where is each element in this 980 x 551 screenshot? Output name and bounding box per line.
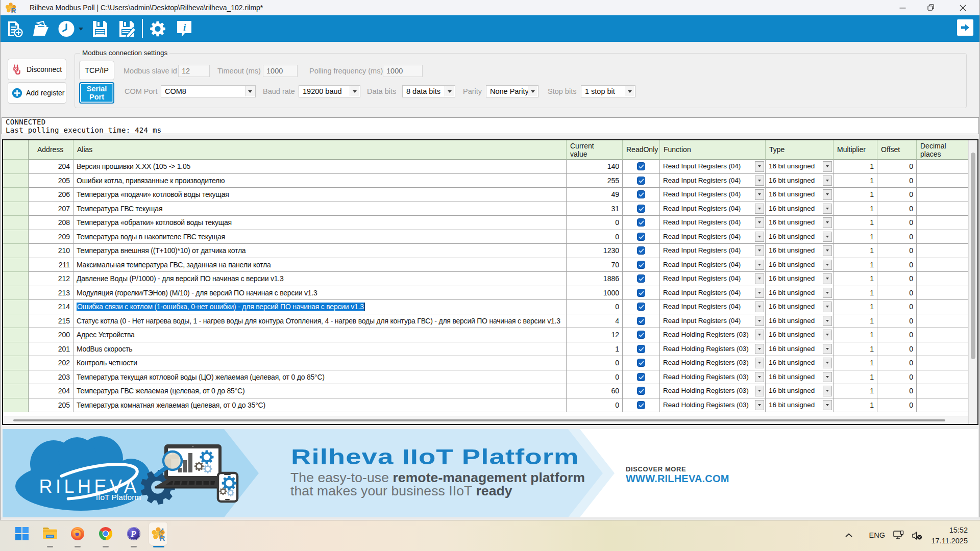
readonly-checkbox[interactable] xyxy=(637,190,645,198)
cell-decimal[interactable] xyxy=(917,188,968,202)
cell-alias[interactable]: Статус котла (0 - Нет нагрева воды, 1 - … xyxy=(74,314,567,329)
cell-decimal[interactable] xyxy=(917,370,968,385)
cell-current-value[interactable]: 1886 xyxy=(567,272,623,286)
cell-readonly[interactable] xyxy=(623,244,660,258)
network-icon[interactable] xyxy=(893,531,904,540)
cell-current-value[interactable]: 1000 xyxy=(567,286,623,300)
horizontal-scrollbar[interactable] xyxy=(3,416,968,424)
tray-language[interactable]: ENG xyxy=(869,531,885,539)
readonly-checkbox[interactable] xyxy=(637,274,645,283)
type-dropdown-button[interactable] xyxy=(823,358,832,368)
function-dropdown-button[interactable] xyxy=(755,316,764,327)
cell-readonly[interactable] xyxy=(623,272,660,286)
chrome-button[interactable] xyxy=(95,523,116,544)
readonly-checkbox[interactable] xyxy=(637,177,645,185)
cell-type[interactable]: 16 bit unsigned xyxy=(766,230,834,244)
cell-current-value[interactable]: 0 xyxy=(567,356,623,370)
minimize-button[interactable] xyxy=(888,0,917,15)
baud-select[interactable]: 19200 baud xyxy=(299,85,360,97)
cell-address[interactable]: 205 xyxy=(29,398,74,413)
cell-multiplier[interactable]: 1 xyxy=(834,286,877,300)
cell-type[interactable]: 16 bit unsigned xyxy=(766,384,834,398)
row-indicator[interactable] xyxy=(3,272,29,286)
cell-multiplier[interactable]: 1 xyxy=(834,300,877,314)
type-dropdown-button[interactable] xyxy=(823,260,832,270)
cell-type[interactable]: 16 bit unsigned xyxy=(766,216,834,230)
cell-offset[interactable]: 0 xyxy=(877,384,917,398)
cell-address[interactable]: 210 xyxy=(29,244,74,258)
cell-multiplier[interactable]: 1 xyxy=(834,202,877,216)
row-indicator[interactable] xyxy=(3,202,29,216)
header-multiplier[interactable]: Multiplier xyxy=(834,140,877,160)
readonly-checkbox[interactable] xyxy=(637,387,645,395)
cell-alias[interactable]: Контроль четности xyxy=(74,356,567,370)
close-button[interactable] xyxy=(948,0,977,15)
function-dropdown-button[interactable] xyxy=(755,232,764,242)
cell-multiplier[interactable]: 1 xyxy=(834,384,877,398)
cell-offset[interactable]: 0 xyxy=(877,202,917,216)
cell-current-value[interactable]: 4 xyxy=(567,314,623,329)
cell-current-value[interactable]: 60 xyxy=(567,384,623,398)
cell-multiplier[interactable]: 1 xyxy=(834,342,877,357)
cell-address[interactable]: 208 xyxy=(29,216,74,230)
cell-function[interactable]: Read Input Registers (04) xyxy=(660,300,766,314)
stop-bits-select[interactable]: 1 stop bit xyxy=(581,85,635,97)
readonly-checkbox[interactable] xyxy=(637,317,645,325)
cell-decimal[interactable] xyxy=(917,160,968,174)
cell-current-value[interactable]: 0 xyxy=(567,230,623,244)
readonly-checkbox[interactable] xyxy=(637,289,645,297)
cell-current-value[interactable]: 1230 xyxy=(567,244,623,258)
volume-muted-icon[interactable] xyxy=(912,531,923,540)
vertical-scrollbar[interactable] xyxy=(968,140,977,424)
cell-current-value[interactable]: 0 xyxy=(567,370,623,385)
row-indicator[interactable] xyxy=(3,328,29,342)
save-button[interactable] xyxy=(92,20,108,38)
row-indicator[interactable] xyxy=(3,244,29,258)
cell-alias[interactable]: Ошибка связи с котлом (1-ошибка, 0-нет о… xyxy=(74,300,567,314)
function-dropdown-button[interactable] xyxy=(755,400,764,411)
row-indicator[interactable] xyxy=(3,370,29,385)
function-dropdown-button[interactable] xyxy=(755,217,764,228)
cell-decimal[interactable] xyxy=(917,244,968,258)
cell-decimal[interactable] xyxy=(917,174,968,188)
cell-decimal[interactable] xyxy=(917,342,968,357)
start-button[interactable] xyxy=(12,523,32,544)
cell-offset[interactable]: 0 xyxy=(877,398,917,413)
cell-type[interactable]: 16 bit unsigned xyxy=(766,244,834,258)
cell-type[interactable]: 16 bit unsigned xyxy=(766,300,834,314)
cell-decimal[interactable] xyxy=(917,216,968,230)
function-dropdown-button[interactable] xyxy=(755,273,764,284)
tcpip-button[interactable]: TCP/IP xyxy=(79,61,114,80)
type-dropdown-button[interactable] xyxy=(823,217,832,228)
cell-readonly[interactable] xyxy=(623,258,660,272)
function-dropdown-button[interactable] xyxy=(755,302,764,312)
function-dropdown-button[interactable] xyxy=(755,204,764,214)
cell-readonly[interactable] xyxy=(623,300,660,314)
new-file-button[interactable] xyxy=(6,20,23,38)
cell-readonly[interactable] xyxy=(623,370,660,385)
row-indicator[interactable] xyxy=(3,258,29,272)
header-address[interactable]: Address xyxy=(29,140,74,160)
cell-alias[interactable]: Давление Воды (P/1000) - для версий ПО н… xyxy=(74,272,567,286)
type-dropdown-button[interactable] xyxy=(823,288,832,298)
cell-alias[interactable]: Температура «подачи» котловой воды текущ… xyxy=(74,188,567,202)
cell-address[interactable]: 211 xyxy=(29,258,74,272)
cell-alias[interactable]: Максимальная температура ГВС, заданная н… xyxy=(74,258,567,272)
row-indicator[interactable] xyxy=(3,174,29,188)
cell-offset[interactable]: 0 xyxy=(877,230,917,244)
cell-alias[interactable]: Ошибки котла, привязанные к производител… xyxy=(74,174,567,188)
vertical-scrollbar-thumb[interactable] xyxy=(971,153,975,359)
type-dropdown-button[interactable] xyxy=(823,204,832,214)
type-dropdown-button[interactable] xyxy=(823,344,832,355)
function-dropdown-button[interactable] xyxy=(755,358,764,368)
row-indicator[interactable] xyxy=(3,230,29,244)
parity-select[interactable]: None Parity xyxy=(486,85,538,97)
cell-current-value[interactable]: 255 xyxy=(567,174,623,188)
cell-type[interactable]: 16 bit unsigned xyxy=(766,342,834,357)
cell-type[interactable]: 16 bit unsigned xyxy=(766,188,834,202)
cell-readonly[interactable] xyxy=(623,216,660,230)
purple-app-button[interactable]: P xyxy=(124,523,144,544)
firefox-button[interactable] xyxy=(67,523,88,544)
cell-offset[interactable]: 0 xyxy=(877,258,917,272)
cell-type[interactable]: 16 bit unsigned xyxy=(766,314,834,329)
